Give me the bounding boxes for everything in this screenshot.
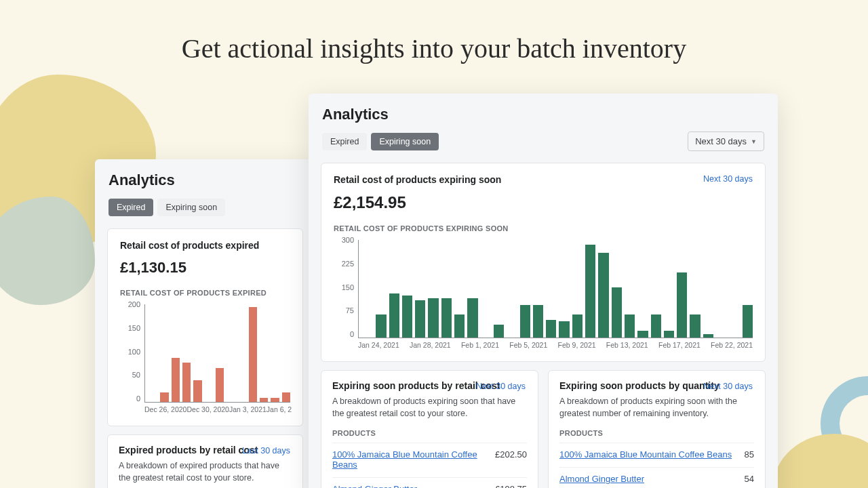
tab-expiring-soon[interactable]: Expiring soon [157, 199, 225, 216]
product-link[interactable]: Almond Ginger Butter [559, 474, 644, 484]
chart-bar [249, 307, 257, 402]
chart-bar [172, 358, 180, 402]
card-title: Analytics [322, 106, 764, 123]
chart-bar [415, 300, 425, 338]
chart-label: RETAIL COST OF PRODUCTS EXPIRED [120, 289, 290, 297]
x-tick: Jan 24, 2021 [358, 341, 399, 350]
chart-bar [651, 314, 661, 338]
chart-label: RETAIL COST OF PRODUCTS EXPIRING SOON [334, 224, 753, 232]
chart-bar [376, 314, 386, 338]
chart-bar [690, 314, 700, 338]
chart-bar [160, 392, 168, 402]
product-value: 54 [745, 474, 754, 484]
product-link[interactable]: 100% Jamaica Blue Mountain Coffee Beans [559, 449, 732, 460]
chart-bar [677, 272, 687, 338]
chart-bar [664, 331, 674, 338]
y-tick: 0 [334, 331, 354, 338]
chart-plot [358, 240, 753, 338]
analytics-card-expired: Analytics Expired Expiring soon Retail c… [95, 159, 315, 488]
tab-expiring-soon[interactable]: Expiring soon [371, 133, 439, 150]
product-row: Almond Ginger Butter54 [559, 467, 754, 488]
chart-bar [193, 380, 201, 402]
product-link[interactable]: 100% Jamaica Blue Mountain Coffee Beans [332, 449, 495, 470]
chart-bar [467, 298, 477, 338]
tabs: Expired Expiring soon [108, 199, 302, 216]
chart-bar [182, 363, 191, 402]
x-tick: Feb 5, 2021 [509, 341, 547, 350]
panel-title: Retail cost of products expiring soon [334, 174, 753, 185]
panel-breakdown-qty: Expiring soon products by quantity Next … [548, 370, 766, 488]
chart-bars [145, 304, 290, 402]
chart-bar [216, 368, 224, 402]
products-subhead: PRODUCTS [559, 429, 754, 437]
card-title: Analytics [108, 171, 302, 189]
blob-ring [821, 376, 868, 471]
blob-yellow-2 [773, 434, 868, 488]
analytics-card-expiring: Analytics Expired Expiring soon Next 30 … [309, 94, 778, 488]
y-tick: 225 [334, 260, 354, 268]
y-tick: 200 [120, 301, 140, 308]
chart-bars [359, 240, 753, 338]
chevron-down-icon: ▼ [751, 138, 757, 145]
chart-bar [494, 325, 504, 338]
metric-amount: £1,130.15 [120, 259, 290, 277]
x-tick: Jan 6, 2 [267, 405, 292, 415]
product-rows: 100% Jamaica Blue Mountain Coffee Beans£… [332, 443, 527, 488]
chart-bar [703, 334, 713, 338]
x-axis: Dec 26, 2020Dec 30, 2020Jan 3, 2021Jan 6… [144, 405, 290, 415]
chart-bar [598, 253, 608, 338]
product-row: Almond Ginger Butter£198.75 [332, 477, 527, 488]
y-axis: 300225150750 [334, 237, 354, 338]
range-link[interactable]: Next 30 days [703, 382, 753, 391]
chart-bar [585, 245, 595, 338]
x-tick: Dec 26, 2020 [144, 405, 186, 415]
chart-bar [546, 320, 556, 338]
products-subhead: PRODUCTS [332, 429, 527, 437]
chart-bar [428, 298, 438, 338]
y-tick: 0 [120, 395, 140, 403]
product-rows: 100% Jamaica Blue Mountain Coffee Beans8… [559, 443, 754, 488]
panel-title: Retail cost of products expired [120, 240, 290, 251]
chart-bar [572, 314, 583, 338]
panel-breakdown-cost: Expiring soon products by retail cost Ne… [321, 370, 538, 488]
chart-bar [533, 305, 543, 338]
x-tick: Jan 3, 2021 [229, 405, 267, 415]
panel-expired-breakdown: Expired products by retail cost Last 30 … [107, 434, 303, 488]
page-title: Get actional insights into your batch in… [0, 33, 868, 64]
bar-chart-expiring: 300225150750 Jan 24, 2021Jan 28, 2021Feb… [334, 237, 753, 350]
x-tick: Dec 30, 2020 [186, 405, 229, 415]
x-tick: Feb 9, 2021 [558, 341, 596, 350]
y-tick: 150 [120, 325, 140, 332]
product-value: £202.50 [495, 449, 527, 460]
bar-chart-expired: 200150100500 Dec 26, 2020Dec 30, 2020Jan… [120, 301, 290, 415]
chart-bar [743, 305, 753, 338]
product-value: £198.75 [495, 484, 527, 488]
y-tick: 50 [120, 371, 140, 379]
panel-expired-chart: Retail cost of products expired £1,130.1… [107, 228, 303, 426]
product-link[interactable]: Almond Ginger Butter [332, 484, 417, 488]
date-range-button[interactable]: Next 30 days ▼ [688, 131, 764, 151]
chart-bar [625, 314, 635, 338]
chart-bar [389, 293, 399, 338]
x-tick: Feb 13, 2021 [606, 341, 648, 350]
blob-green [0, 197, 95, 305]
y-tick: 150 [334, 284, 354, 291]
panel-desc: A breakdown of products expiring soon wi… [559, 395, 754, 420]
chart-bar [441, 298, 452, 338]
tab-expired[interactable]: Expired [108, 199, 153, 216]
range-link[interactable]: Next 30 days [476, 382, 526, 391]
chart-bar [402, 296, 412, 338]
y-tick: 300 [334, 237, 354, 244]
chart-bar [271, 398, 279, 402]
x-axis: Jan 24, 2021Jan 28, 2021Feb 1, 2021Feb 5… [358, 341, 753, 350]
breakdown-columns: Expiring soon products by retail cost Ne… [321, 370, 766, 488]
range-link[interactable]: Last 30 days [242, 446, 290, 455]
chart-bar [559, 321, 569, 338]
tab-expired[interactable]: Expired [322, 133, 367, 150]
product-value: 85 [745, 449, 754, 460]
chart-bar [260, 398, 268, 402]
x-tick: Feb 22, 2021 [711, 341, 753, 350]
range-link[interactable]: Next 30 days [703, 174, 753, 184]
chart-plot [144, 304, 290, 403]
x-tick: Feb 1, 2021 [461, 341, 499, 350]
